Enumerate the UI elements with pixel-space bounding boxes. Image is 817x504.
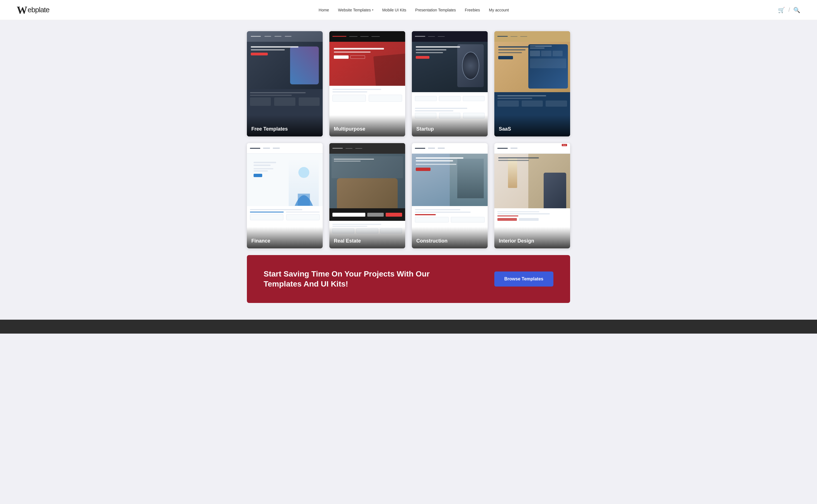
- logo[interactable]: W ebplate: [17, 5, 49, 15]
- card-label-free: Free Templates: [247, 115, 323, 136]
- card-label-saas: SaaS: [494, 115, 570, 136]
- card-saas[interactable]: SaaS: [494, 31, 570, 136]
- card-label-multipurpose: Multipurpose: [329, 115, 405, 136]
- nav-mobile-ui-kits[interactable]: Mobile UI Kits: [382, 8, 406, 12]
- template-grid-row1: Free Templates: [247, 31, 570, 136]
- logo-w-letter: W: [17, 5, 27, 15]
- card-startup[interactable]: Startup: [412, 31, 488, 136]
- nav-website-templates[interactable]: Website Templates ▾: [338, 8, 373, 12]
- cta-banner: Start Saving Time On Your Projects With …: [247, 255, 570, 303]
- card-label-finance: Finance: [247, 227, 323, 248]
- main-content: Free Templates: [241, 20, 576, 320]
- nav-home[interactable]: Home: [319, 8, 329, 12]
- footer-strip: [0, 320, 817, 334]
- main-nav: Home Website Templates ▾ Mobile UI Kits …: [319, 8, 509, 12]
- nav-presentation-templates[interactable]: Presentation Templates: [415, 8, 456, 12]
- card-multipurpose[interactable]: Multipurpose: [329, 31, 405, 136]
- cta-text: Start Saving Time On Your Projects With …: [263, 269, 431, 289]
- card-free-templates[interactable]: Free Templates: [247, 31, 323, 136]
- card-label-real-estate: Real Estate: [329, 227, 405, 248]
- logo-text: ebplate: [28, 6, 49, 14]
- template-grid-row2: Finance: [247, 143, 570, 248]
- nav-freebies[interactable]: Freebies: [465, 8, 480, 12]
- chevron-down-icon: ▾: [372, 8, 373, 11]
- icon-separator: /: [788, 7, 790, 13]
- card-label-startup: Startup: [412, 115, 488, 136]
- header-actions: 🛒 / 🔍: [778, 7, 800, 13]
- card-label-construction: Construction: [412, 227, 488, 248]
- svg-point-0: [298, 167, 309, 178]
- cart-icon[interactable]: 🛒: [778, 7, 785, 13]
- card-real-estate[interactable]: Real Estate: [329, 143, 405, 248]
- svg-rect-1: [297, 194, 310, 206]
- card-label-interior-design: Interior Design: [494, 227, 570, 248]
- search-icon[interactable]: 🔍: [793, 7, 800, 13]
- nav-my-account[interactable]: My account: [489, 8, 509, 12]
- card-finance[interactable]: Finance: [247, 143, 323, 248]
- card-construction[interactable]: Construction: [412, 143, 488, 248]
- header: W ebplate Home Website Templates ▾ Mobil…: [0, 0, 817, 20]
- browse-templates-button[interactable]: Browse Templates: [494, 271, 554, 287]
- card-interior-design[interactable]: Book: [494, 143, 570, 248]
